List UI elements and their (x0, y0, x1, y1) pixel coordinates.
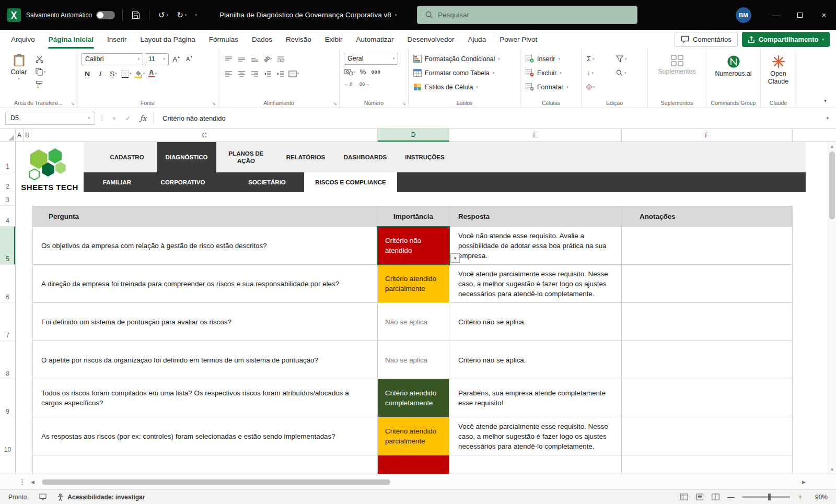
macro-record-icon[interactable] (39, 494, 47, 500)
decrease-indent-icon[interactable] (262, 67, 273, 80)
expand-formula-bar-icon[interactable]: ▾ (826, 115, 829, 121)
answer-cell[interactable]: Critério não se aplica. (449, 341, 622, 379)
row-header-2[interactable]: 2 (0, 172, 15, 192)
align-right-icon[interactable] (249, 67, 260, 80)
numerous-ai-button[interactable]: Numerous.ai (706, 52, 760, 77)
percent-style-icon[interactable]: % (357, 66, 369, 78)
sheet-canvas[interactable]: CADASTRO DIAGNÓSTICO PLANOS DE AÇÃO RELA… (16, 142, 828, 474)
borders-icon[interactable]: ▾ (121, 67, 132, 80)
column-header-d[interactable]: D (378, 128, 449, 142)
format-painter-icon[interactable] (36, 79, 46, 90)
zoom-in-button[interactable]: + (798, 493, 802, 501)
column-header-a[interactable]: A (16, 128, 24, 142)
clear-button[interactable]: ▾ (587, 80, 616, 94)
zoom-slider-thumb[interactable] (768, 494, 771, 500)
underline-button[interactable]: S▾ (108, 67, 119, 80)
delete-cells-button[interactable]: Excluir ▾ (521, 66, 581, 80)
importance-cell[interactable]: Não se aplica (378, 303, 449, 341)
column-header-e[interactable]: E (449, 128, 622, 142)
sheet-nav-planos-de-acao[interactable]: PLANOS DE AÇÃO (216, 142, 276, 172)
zoom-level[interactable]: 90% (810, 494, 828, 501)
addins-button[interactable]: Suplementos (648, 52, 706, 75)
zoom-out-button[interactable]: — (727, 493, 734, 501)
sheet-nav-diagnostico[interactable]: DIAGNÓSTICO (157, 142, 216, 172)
italic-button[interactable]: I (95, 67, 106, 80)
row-header-4[interactable]: 4 (0, 206, 15, 227)
scroll-down-icon[interactable]: ▼ (828, 465, 836, 474)
autosave-control[interactable]: Salvamento Automático (26, 11, 115, 19)
row-header-7[interactable]: 7 (0, 303, 15, 341)
sheet-options-kebab-icon[interactable]: ⋮ (19, 478, 26, 486)
vertical-scrollbar[interactable]: ▲ ▼ (828, 142, 836, 474)
answer-cell[interactable]: Parabéns, sua empresa atende completamen… (449, 379, 622, 417)
orientation-icon[interactable]: ab▾ (262, 53, 273, 65)
row-header-10[interactable]: 10 (0, 417, 15, 455)
row-header-5[interactable]: 5 (0, 227, 15, 265)
cell-styles-button[interactable]: Estilos de Célula ▾ (409, 80, 520, 94)
normal-view-icon[interactable] (680, 494, 688, 500)
question-cell[interactable]: A direção da empresa foi treinada para c… (32, 265, 378, 303)
notes-cell[interactable] (622, 417, 793, 455)
horizontal-scrollbar-thumb[interactable] (42, 479, 390, 485)
increase-font-size-icon[interactable]: A▴ (170, 53, 182, 65)
sheet-nav-cadastro[interactable]: CADASTRO (97, 142, 157, 172)
wrap-text-icon[interactable] (275, 53, 286, 65)
answer-cell[interactable]: Você atende parcialmente esse requisito.… (449, 265, 622, 303)
autosum-button[interactable]: Σ▾ (587, 52, 616, 66)
font-family-select[interactable]: Calibri ▾ (82, 53, 143, 65)
menu-tab-power-pivot[interactable]: Power Pivot (493, 30, 544, 49)
number-format-select[interactable]: Geral ▾ (344, 53, 398, 65)
decrease-decimal-icon[interactable]: .00→ (358, 81, 370, 87)
sheet-nav-dashboards[interactable]: DASHBOARDS (335, 142, 395, 172)
question-cell[interactable]: Todos os riscos foram compilados em uma … (32, 379, 378, 417)
formula-bar-handle[interactable]: ⋮ (99, 114, 105, 122)
question-cell[interactable] (32, 455, 378, 474)
page-layout-view-icon[interactable] (696, 494, 704, 500)
align-middle-icon[interactable] (236, 53, 247, 65)
copy-icon[interactable]: ▾ (36, 66, 46, 77)
maximize-button[interactable] (788, 0, 812, 30)
align-top-icon[interactable] (223, 53, 234, 65)
answer-cell[interactable]: Você atende parcialmente esse requisito.… (449, 417, 622, 455)
font-color-icon[interactable]: A ▾ (147, 67, 158, 80)
subtab-corporativo[interactable]: CORPORATIVO (153, 172, 213, 192)
increase-decimal-icon[interactable]: ←.0 (344, 81, 353, 87)
conditional-formatting-button[interactable]: Formatação Condicional ▾ (409, 52, 520, 66)
align-bottom-icon[interactable] (249, 53, 260, 65)
importance-cell[interactable]: Não se aplica (378, 341, 449, 379)
sheet-nav-relatorios[interactable]: RELATÓRIOS (276, 142, 335, 172)
importance-cell[interactable]: Critério não atendido (378, 227, 449, 265)
open-claude-button[interactable]: Open Claude (761, 52, 796, 86)
search-input[interactable]: Pesquisar (417, 6, 637, 24)
menu-tab-arquivo[interactable]: Arquivo (4, 30, 42, 49)
column-header-c[interactable]: C (31, 128, 378, 142)
row-header-1[interactable]: 1 (0, 142, 15, 172)
menu-tab-exibir[interactable]: Exibir (318, 30, 350, 49)
font-dialog-launcher[interactable]: ↘ (212, 101, 216, 106)
row-header-11[interactable] (0, 455, 15, 474)
document-title[interactable]: Planilha de Diagnóstico de Governança Co… (219, 0, 397, 30)
increase-indent-icon[interactable] (275, 67, 286, 80)
scroll-right-icon[interactable]: ▶ (802, 479, 806, 485)
notes-cell[interactable] (622, 379, 793, 417)
menu-tab-inserir[interactable]: Inserir (100, 30, 134, 49)
sheet-nav-instrucoes[interactable]: INSTRUÇÕES (395, 142, 455, 172)
menu-tab-desenvolvedor[interactable]: Desenvolvedor (401, 30, 461, 49)
question-cell[interactable]: Os objetivos da empresa com relação à ge… (32, 227, 378, 265)
sort-filter-button[interactable]: ▾ (616, 52, 648, 66)
save-button[interactable] (130, 11, 142, 19)
confirm-entry-icon[interactable]: ✓ (123, 114, 133, 122)
select-all-corner[interactable] (0, 128, 16, 142)
format-as-table-button[interactable]: Formatar como Tabela ▾ (409, 66, 520, 80)
avatar[interactable]: BM (736, 7, 751, 23)
comma-style-icon[interactable]: 000 (370, 66, 382, 78)
menu-tab-formulas[interactable]: Fórmulas (202, 30, 245, 49)
question-cell[interactable]: As respostas aos riscos (por ex: control… (32, 417, 378, 455)
menu-tab-automatizar[interactable]: Automatizar (350, 30, 401, 49)
data-validation-dropdown-button[interactable]: ▾ (450, 253, 460, 263)
row-header-3[interactable]: 3 (0, 192, 15, 206)
find-select-button[interactable]: ▾ (616, 66, 648, 80)
number-dialog-launcher[interactable]: ↘ (402, 101, 406, 106)
menu-tab-pagina-inicial[interactable]: Página Inicial (42, 30, 100, 49)
menu-tab-layout-da-pagina[interactable]: Layout da Página (134, 30, 202, 49)
